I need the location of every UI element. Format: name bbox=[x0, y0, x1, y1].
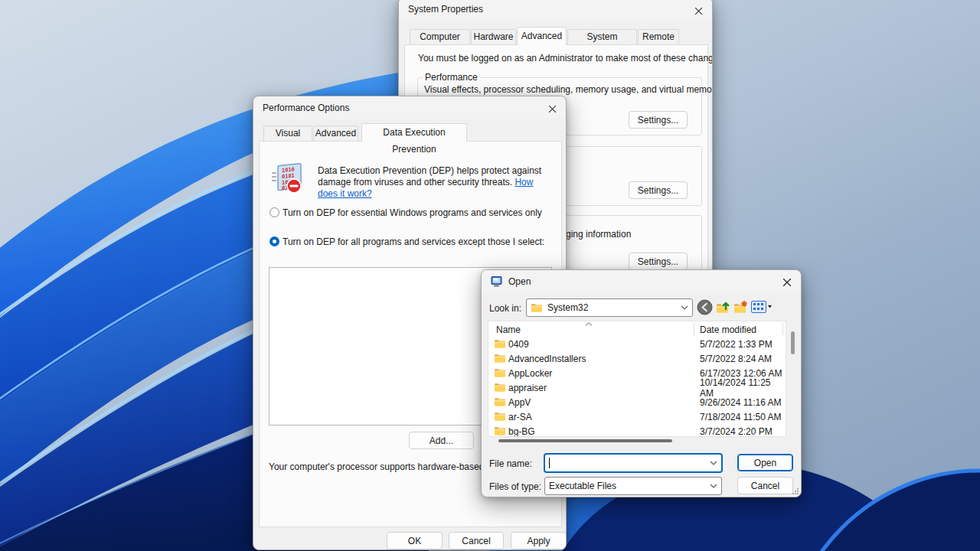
performance-settings-button[interactable]: Settings... bbox=[629, 111, 688, 129]
startup-recovery-settings-button[interactable]: Settings... bbox=[629, 253, 688, 270]
horizontal-scrollbar[interactable] bbox=[498, 439, 672, 442]
performance-options-titlebar[interactable]: Performance Options bbox=[253, 96, 566, 119]
files-of-type-label: Files of type: bbox=[489, 481, 541, 492]
admin-note: You must be logged on as an Administrato… bbox=[418, 53, 713, 64]
dep-description: Data Execution Prevention (DEP) helps pr… bbox=[318, 165, 544, 200]
cancel-button[interactable]: Cancel bbox=[449, 532, 504, 549]
open-button[interactable]: Open bbox=[737, 454, 793, 471]
chevron-down-icon[interactable] bbox=[710, 461, 717, 465]
open-cancel-button[interactable]: Cancel bbox=[737, 477, 793, 494]
processor-support-note: Your computer's processor supports hardw… bbox=[269, 461, 484, 472]
user-profiles-settings-button[interactable]: Settings... bbox=[629, 181, 688, 199]
add-button[interactable]: Add... bbox=[409, 432, 474, 449]
resize-grip[interactable] bbox=[792, 487, 799, 494]
open-monitor-icon bbox=[491, 276, 503, 288]
system-properties-titlebar[interactable]: System Properties bbox=[399, 0, 712, 21]
tab-data-execution-prevention[interactable]: Data Execution Prevention bbox=[361, 123, 467, 142]
folder-icon bbox=[494, 426, 506, 436]
system-properties-close-icon[interactable] bbox=[692, 5, 704, 17]
folder-icon bbox=[531, 303, 543, 313]
new-folder-icon[interactable] bbox=[733, 300, 749, 314]
views-menu-icon[interactable] bbox=[751, 301, 773, 313]
file-row[interactable]: ar-SA 7/18/2024 11:50 AM bbox=[488, 409, 786, 424]
tab-computer-name[interactable]: Computer Name bbox=[410, 29, 470, 45]
performance-options-close-icon[interactable] bbox=[546, 103, 558, 115]
startup-recovery-partial-text: ging information bbox=[566, 229, 631, 240]
tab-hardware[interactable]: Hardware bbox=[471, 29, 516, 45]
radio-dep-all[interactable] bbox=[270, 236, 279, 246]
file-row[interactable]: bg-BG 3/7/2024 2:20 PM bbox=[488, 424, 786, 437]
radio-dep-all-label[interactable]: Turn on DEP for all programs and service… bbox=[283, 236, 544, 247]
tab-advanced[interactable]: Advanced bbox=[517, 27, 567, 45]
vertical-scrollbar[interactable] bbox=[791, 331, 795, 354]
open-dialog-close-icon[interactable] bbox=[781, 276, 793, 289]
tab-advanced-perf[interactable]: Advanced bbox=[313, 126, 358, 142]
folder-icon bbox=[494, 397, 506, 407]
open-dialog-titlebar[interactable]: Open bbox=[482, 270, 801, 293]
files-of-type-combobox[interactable]: Executable Files bbox=[544, 477, 722, 495]
file-row[interactable]: 0409 5/7/2022 1:33 PM bbox=[488, 337, 786, 351]
folder-icon bbox=[494, 383, 506, 393]
text-caret bbox=[549, 458, 550, 468]
file-list[interactable]: Name Date modified 0409 5/7/2022 1:33 PM… bbox=[488, 321, 786, 437]
sort-asc-icon bbox=[585, 322, 593, 326]
column-date-modified[interactable]: Date modified bbox=[700, 324, 756, 335]
radio-dep-essential-label[interactable]: Turn on DEP for essential Windows progra… bbox=[283, 207, 542, 218]
look-in-combobox[interactable]: System32 bbox=[526, 298, 693, 317]
open-dialog-title: Open bbox=[508, 276, 531, 287]
chevron-down-icon[interactable] bbox=[710, 484, 717, 488]
tab-remote[interactable]: Remote bbox=[638, 29, 679, 45]
look-in-label: Look in: bbox=[489, 303, 521, 314]
performance-group-description: Visual effects, processor scheduling, me… bbox=[424, 84, 713, 95]
tab-system-protection[interactable]: System Protection bbox=[567, 29, 637, 45]
up-folder-icon[interactable] bbox=[716, 300, 731, 314]
folder-icon bbox=[494, 412, 506, 422]
system-properties-title: System Properties bbox=[408, 4, 483, 15]
performance-options-title: Performance Options bbox=[263, 103, 349, 113]
file-row[interactable]: AppV 9/26/2024 11:16 AM bbox=[488, 395, 786, 409]
desktop-wallpaper: System Properties Computer Name Hardware… bbox=[0, 0, 980, 551]
chevron-down-icon[interactable] bbox=[681, 305, 688, 310]
file-name-input[interactable] bbox=[544, 454, 722, 472]
file-row[interactable]: AdvancedInstallers 5/7/2022 8:24 AM bbox=[488, 351, 786, 366]
folder-icon bbox=[494, 368, 506, 378]
file-list-header[interactable]: Name Date modified bbox=[488, 321, 786, 337]
apply-button[interactable]: Apply bbox=[511, 532, 567, 549]
tab-visual-effects[interactable]: Visual Effects bbox=[263, 126, 312, 142]
file-name-label: File name: bbox=[489, 458, 532, 469]
folder-icon bbox=[494, 339, 506, 349]
file-row[interactable]: appraiser 10/14/2024 11:25 AM bbox=[488, 380, 786, 395]
radio-dep-essential[interactable] bbox=[270, 207, 279, 217]
back-icon[interactable] bbox=[697, 299, 713, 315]
open-dialog-window: Open Look in: System32 bbox=[481, 269, 802, 497]
column-name[interactable]: Name bbox=[496, 324, 521, 335]
ok-button[interactable]: OK bbox=[387, 532, 443, 549]
dep-shield-icon: 1010 0101 1010 010 bbox=[270, 160, 305, 195]
folder-icon bbox=[494, 354, 506, 364]
performance-group-label: Performance bbox=[423, 72, 480, 83]
